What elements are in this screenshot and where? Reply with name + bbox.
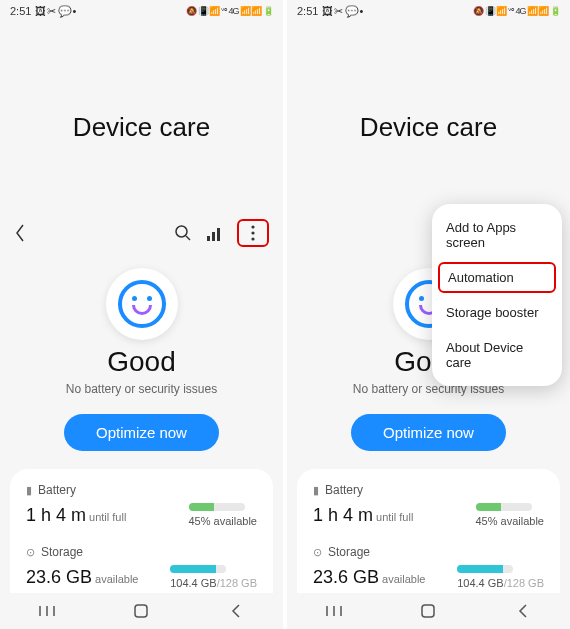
storage-bar (170, 565, 226, 573)
battery-label: Battery (38, 483, 76, 497)
storage-row[interactable]: ⊙Storage 23.6 GBavailable 104.4 GB/128 G… (313, 545, 544, 589)
battery-pct: 45% available (189, 515, 258, 527)
optimize-button[interactable]: Optimize now (64, 414, 219, 451)
status-right-icons: 🔕 📳 📶 ᵛᵒ 4G 📶 📶 🔋 (186, 6, 273, 16)
svg-point-0 (176, 226, 187, 237)
storage-icon: ⊙ (26, 546, 35, 559)
toolbar (0, 218, 283, 248)
svg-rect-4 (217, 228, 220, 241)
status-time: 2:51 (10, 5, 31, 17)
nav-recents-icon[interactable] (38, 602, 56, 620)
storage-main: 23.6 GB (313, 567, 379, 587)
phone-right: 2:51 🖼 ✂ 💬 • 🔕 📳 📶 ᵛᵒ 4G 📶 📶 🔋 Device ca… (287, 0, 570, 629)
storage-label: Storage (328, 545, 370, 559)
storage-bar (457, 565, 513, 573)
more-menu: Add to Apps screen Automation Storage bo… (432, 204, 562, 386)
svg-rect-2 (207, 236, 210, 241)
battery-icon: ▮ (26, 484, 32, 497)
nav-bar (287, 593, 570, 629)
battery-icon: ▮ (313, 484, 319, 497)
storage-icon: ⊙ (313, 546, 322, 559)
svg-point-7 (251, 237, 254, 240)
nav-back-icon[interactable] (227, 602, 245, 620)
battery-row[interactable]: ▮Battery 1 h 4 muntil full 45% available (26, 483, 257, 527)
status-right-icons: 🔕 📳 📶 ᵛᵒ 4G 📶 📶 🔋 (473, 6, 560, 16)
battery-main: 1 h 4 m (26, 505, 86, 525)
menu-add-apps[interactable]: Add to Apps screen (432, 210, 562, 260)
storage-total: /128 GB (217, 577, 257, 589)
battery-sub: until full (89, 511, 126, 523)
more-button-highlight (237, 219, 269, 247)
battery-bar (189, 503, 245, 511)
menu-storage-booster[interactable]: Storage booster (432, 295, 562, 330)
status-face (0, 268, 283, 340)
more-icon[interactable] (243, 223, 263, 243)
battery-row[interactable]: ▮Battery 1 h 4 muntil full 45% available (313, 483, 544, 527)
status-bar: 2:51 🖼 ✂ 💬 • 🔕 📳 📶 ᵛᵒ 4G 📶 📶 🔋 (0, 0, 283, 22)
battery-sub: until full (376, 511, 413, 523)
storage-sub: available (95, 573, 138, 585)
nav-bar (0, 593, 283, 629)
svg-line-1 (186, 236, 190, 240)
status-left-icons: 🖼 ✂ 💬 • (322, 5, 362, 18)
storage-main: 23.6 GB (26, 567, 92, 587)
signal-bars-icon[interactable] (205, 223, 225, 243)
svg-point-6 (251, 231, 254, 234)
battery-main: 1 h 4 m (313, 505, 373, 525)
status-subtitle: No battery or security issues (0, 382, 283, 396)
status-bar: 2:51 🖼 ✂ 💬 • 🔕 📳 📶 ᵛᵒ 4G 📶 📶 🔋 (287, 0, 570, 22)
storage-row[interactable]: ⊙Storage 23.6 GBavailable 104.4 GB/128 G… (26, 545, 257, 589)
optimize-button[interactable]: Optimize now (351, 414, 506, 451)
battery-bar (476, 503, 532, 511)
svg-rect-11 (135, 605, 147, 617)
svg-rect-15 (422, 605, 434, 617)
menu-about[interactable]: About Device care (432, 330, 562, 380)
storage-total: /128 GB (504, 577, 544, 589)
storage-used: 104.4 GB (170, 577, 216, 589)
page-title: Device care (287, 112, 570, 143)
menu-automation[interactable]: Automation (438, 262, 556, 293)
back-button[interactable] (14, 223, 26, 243)
nav-home-icon[interactable] (132, 602, 150, 620)
phone-left: 2:51 🖼 ✂ 💬 • 🔕 📳 📶 ᵛᵒ 4G 📶 📶 🔋 Device ca… (0, 0, 283, 629)
search-icon[interactable] (173, 223, 193, 243)
storage-label: Storage (41, 545, 83, 559)
status-label: Good (0, 346, 283, 378)
nav-back-icon[interactable] (514, 602, 532, 620)
storage-used: 104.4 GB (457, 577, 503, 589)
battery-label: Battery (325, 483, 363, 497)
svg-rect-3 (212, 232, 215, 241)
battery-pct: 45% available (476, 515, 545, 527)
nav-recents-icon[interactable] (325, 602, 343, 620)
status-left-icons: 🖼 ✂ 💬 • (35, 5, 75, 18)
status-time: 2:51 (297, 5, 318, 17)
page-title: Device care (0, 112, 283, 143)
nav-home-icon[interactable] (419, 602, 437, 620)
storage-sub: available (382, 573, 425, 585)
svg-point-5 (251, 225, 254, 228)
